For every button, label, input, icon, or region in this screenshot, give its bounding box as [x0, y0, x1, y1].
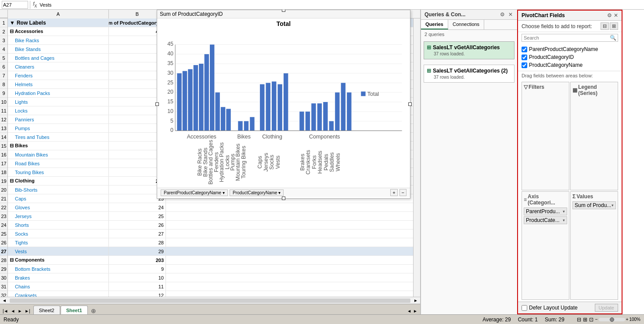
pivot-values-item-1-arrow[interactable]: ▾	[612, 203, 614, 208]
pivot-area-axis[interactable]: ≡ Axis (Categori... ParentProdu... ▾ Pro…	[522, 191, 569, 300]
table-row[interactable]: Brakes 10	[8, 273, 413, 282]
pivot-close-icon[interactable]: ✕	[614, 12, 618, 18]
page-break-icon[interactable]: ⊡	[589, 317, 594, 323]
name-box[interactable]	[2, 1, 28, 9]
chart-zoom-in[interactable]: +	[390, 189, 397, 196]
pivot-field-parent-category[interactable]: ParentProductCategoryName	[522, 45, 618, 53]
cell-a14[interactable]: Tires and Tubes	[8, 133, 109, 141]
zoom-slider[interactable]	[599, 318, 625, 321]
cell-b25[interactable]: 27	[109, 229, 166, 238]
sheet-scroll-left[interactable]: ◄	[406, 308, 412, 314]
cell-b29[interactable]: 9	[109, 265, 166, 273]
pivot-field-product-id-cb[interactable]	[522, 55, 527, 60]
chart-zoom-out[interactable]: −	[399, 189, 407, 196]
normal-view-icon[interactable]: ⊟	[577, 317, 581, 323]
filter-parent-category[interactable]: ParentProductCategoryName ▾	[161, 189, 228, 196]
cell-b31[interactable]: 11	[109, 282, 166, 291]
cell-a2[interactable]: ⊟ Accessories	[8, 27, 109, 36]
pivot-grid-icon[interactable]: ⊞	[610, 22, 618, 30]
cell-b26[interactable]: 28	[109, 238, 166, 247]
pivot-list-icon[interactable]: ⊟	[601, 22, 609, 30]
table-row[interactable]: Shorts 26	[8, 221, 413, 229]
cell-b24[interactable]: 26	[109, 221, 166, 229]
cell-a29[interactable]: Bottom Brackets	[8, 265, 109, 273]
resize-handle-bottom[interactable]	[282, 197, 285, 200]
pivot-values-item-1[interactable]: Sum of Produ... ▾	[572, 201, 616, 209]
cell-a16[interactable]: Mountain Bikes	[8, 150, 109, 159]
pivot-area-filters[interactable]: ▽ Filters	[522, 82, 569, 190]
cell-a10[interactable]: Lights	[8, 98, 109, 106]
cell-a15[interactable]: ⊟ Bikes	[8, 142, 109, 150]
cell-a22[interactable]: Gloves	[8, 203, 109, 211]
cell-a20[interactable]: Bib-Shorts	[8, 186, 109, 194]
scroll-left-btn[interactable]: ◄	[0, 298, 9, 303]
cell-a31[interactable]: Chains	[8, 282, 109, 291]
cell-a27[interactable]: Vests	[8, 247, 109, 255]
cell-a11[interactable]: Locks	[8, 106, 109, 115]
cell-b30[interactable]: 10	[109, 273, 166, 282]
pivot-axis-item-2[interactable]: ProductCate... ▾	[524, 216, 567, 224]
pivot-field-product-id[interactable]: ProductCategoryID	[522, 53, 618, 61]
cell-a26[interactable]: Tights	[8, 238, 109, 247]
cell-a13[interactable]: Pumps	[8, 124, 109, 132]
tab-nav-first[interactable]: |◄	[2, 308, 9, 314]
cell-b22[interactable]: 24	[109, 203, 166, 211]
resize-handle-right[interactable]	[408, 102, 412, 106]
tab-sheet2[interactable]: Sheet2	[33, 306, 60, 314]
cell-a8[interactable]: Helmets	[8, 80, 109, 88]
resize-handle-top[interactable]	[282, 10, 285, 12]
page-layout-icon[interactable]: ⊞	[583, 317, 587, 323]
pivot-field-product-name-cb[interactable]	[522, 62, 527, 68]
scroll-track[interactable]	[10, 299, 410, 303]
zoom-thumb[interactable]	[610, 317, 614, 322]
cell-a19[interactable]: ⊟ Clothing	[8, 177, 109, 185]
pivot-field-product-name[interactable]: ProductCategoryName	[522, 61, 618, 69]
pivot-field-parent-category-cb[interactable]	[522, 47, 527, 52]
vertical-scrollbar[interactable]	[413, 18, 420, 297]
cell-a3[interactable]: Bike Racks	[8, 36, 109, 44]
filter-product-category[interactable]: ProductCategoryName ▾	[230, 189, 284, 196]
cell-a6[interactable]: Cleaners	[8, 62, 109, 71]
cell-a18[interactable]: Touring Bikes	[8, 168, 109, 176]
pivot-axis-item-1[interactable]: ParentProdu... ▾	[524, 208, 567, 215]
table-row[interactable]: Gloves 24	[8, 203, 413, 212]
table-row[interactable]: Chains 11	[8, 282, 413, 291]
pivot-update-btn[interactable]: Update	[595, 304, 618, 312]
tab-nav-next[interactable]: ►	[17, 308, 23, 314]
tab-queries[interactable]: Queries	[421, 20, 448, 29]
cell-a25[interactable]: Socks	[8, 229, 109, 238]
add-sheet-btn[interactable]: ⊕	[88, 307, 99, 314]
tab-nav-last[interactable]: ►|	[24, 308, 31, 314]
cell-a30[interactable]: Brakes	[8, 273, 109, 282]
zoom-out-btn[interactable]: −	[595, 317, 598, 322]
pivot-settings-icon[interactable]: ⚙	[607, 12, 612, 18]
col-header-a[interactable]: A	[8, 10, 109, 18]
cell-a21[interactable]: Caps	[8, 194, 109, 203]
cell-a4[interactable]: Bike Stands	[8, 45, 109, 53]
table-row[interactable]: Jerseys 25	[8, 212, 413, 221]
table-row[interactable]: Bottom Brackets 9	[8, 265, 413, 273]
sheet-scroll-right[interactable]: ►	[412, 308, 418, 314]
tab-sheet1[interactable]: Sheet1	[61, 306, 88, 314]
scroll-right-btn[interactable]: ►	[411, 298, 420, 303]
cell-a28[interactable]: ⊟ Components	[8, 256, 109, 264]
tab-connections[interactable]: Connections	[448, 20, 484, 29]
resize-handle-left[interactable]	[155, 102, 159, 106]
cell-b23[interactable]: 25	[109, 212, 166, 220]
formula-input[interactable]	[40, 2, 642, 7]
cell-a23[interactable]: Jerseys	[8, 212, 109, 220]
pivot-search-input[interactable]	[522, 34, 618, 42]
pivot-axis-item-2-arrow[interactable]: ▾	[563, 218, 565, 222]
cell-a12[interactable]: Panniers	[8, 115, 109, 124]
cell-a9[interactable]: Hydration Packs	[8, 89, 109, 97]
cell-b28[interactable]: 203	[109, 256, 166, 264]
table-row[interactable]: Vests 29	[8, 247, 413, 256]
horizontal-scrollbar[interactable]: ◄ ►	[0, 297, 420, 304]
zoom-in-btn[interactable]: +	[626, 317, 629, 322]
cell-a5[interactable]: Bottles and Cages	[8, 54, 109, 62]
pivot-axis-item-1-arrow[interactable]: ▾	[563, 209, 565, 214]
cell-a32[interactable]: Cranksets	[8, 291, 109, 297]
queries-close-icon[interactable]: ✕	[507, 11, 514, 18]
pivot-area-values[interactable]: Σ Values Sum of Produ... ▾	[570, 191, 618, 300]
queries-settings-icon[interactable]: ⚙	[499, 11, 506, 18]
